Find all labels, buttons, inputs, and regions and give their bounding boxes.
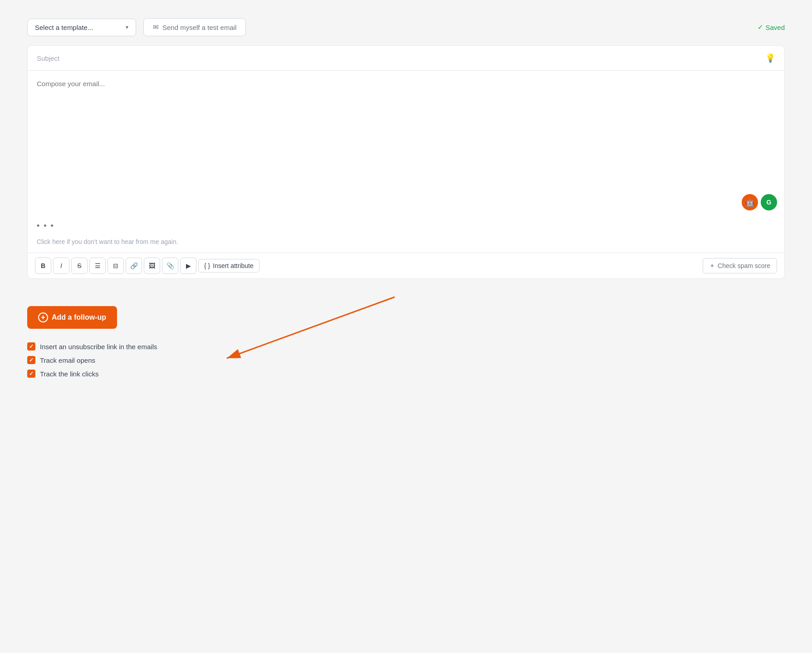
bold-label: B	[41, 262, 45, 269]
track-clicks-label: Track the link clicks	[40, 370, 98, 378]
lightbulb-icon[interactable]: 💡	[765, 53, 775, 63]
dots-row: • • •	[28, 218, 784, 234]
attachment-button[interactable]: 📎	[162, 258, 178, 274]
strike-label: S	[77, 262, 81, 269]
template-select-label: Select a template...	[35, 24, 93, 31]
track-opens-checkbox-row: Track email opens	[27, 356, 785, 364]
track-opens-checkbox[interactable]	[27, 356, 35, 364]
bullet-list-button[interactable]: ☰	[89, 258, 106, 274]
mail-icon: ✉	[153, 23, 159, 31]
dots-text: • • •	[37, 221, 54, 230]
test-email-label: Send myself a test email	[162, 24, 236, 31]
bullet-list-icon: ☰	[95, 262, 101, 269]
insert-attribute-label: Insert attribute	[213, 262, 254, 269]
grammarly-g-icon: G	[767, 199, 772, 206]
ai-assistant-icon[interactable]: 🤖	[742, 194, 758, 210]
check-spam-score-button[interactable]: ✦ Check spam score	[703, 258, 777, 273]
grammarly-icon[interactable]: G	[761, 194, 777, 210]
track-clicks-checkbox-row: Track the link clicks	[27, 370, 785, 378]
italic-label: I	[60, 262, 62, 269]
top-bar: Select a template... ▾ ✉ Send myself a t…	[27, 18, 785, 36]
test-email-button[interactable]: ✉ Send myself a test email	[143, 18, 246, 36]
video-button[interactable]: ▶	[180, 258, 196, 274]
options-checkboxes: Insert an unsubscribe link in the emails…	[27, 342, 785, 378]
compose-area: 🤖 G	[28, 71, 784, 218]
plus-circle-icon: +	[38, 312, 48, 322]
chevron-down-icon: ▾	[126, 24, 128, 30]
unsubscribe-link-row: Click here if you don't want to hear fro…	[28, 234, 784, 253]
email-editor: 💡 🤖 G • • • Click here if you don't want…	[27, 45, 785, 279]
template-select-dropdown[interactable]: Select a template... ▾	[27, 19, 136, 36]
add-followup-label: Add a follow-up	[52, 313, 106, 322]
saved-label: Saved	[765, 24, 785, 31]
numbered-list-icon: ⊟	[113, 262, 118, 269]
link-icon: 🔗	[130, 262, 138, 269]
compose-textarea[interactable]	[37, 80, 775, 207]
editor-toolbar: B I S ☰ ⊟ 🔗 🖼 📎 ▶ { } Insert attribute	[28, 253, 784, 278]
image-icon: 🖼	[149, 262, 155, 269]
unsubscribe-checkbox-row: Insert an unsubscribe link in the emails	[27, 342, 785, 351]
link-button[interactable]: 🔗	[126, 258, 142, 274]
unsubscribe-checkbox[interactable]	[27, 342, 35, 351]
sparkle-icon: ✦	[709, 262, 715, 269]
check-icon: ✓	[758, 23, 763, 31]
image-button[interactable]: 🖼	[144, 258, 160, 274]
paperclip-icon: 📎	[166, 262, 174, 269]
add-followup-button[interactable]: + Add a follow-up	[27, 306, 117, 329]
unsubscribe-text: Click here if you don't want to hear fro…	[37, 238, 178, 245]
curly-braces-icon: { }	[204, 262, 210, 269]
numbered-list-button[interactable]: ⊟	[108, 258, 124, 274]
strikethrough-button[interactable]: S	[71, 258, 88, 274]
video-icon: ▶	[186, 262, 191, 269]
ai-tools: 🤖 G	[742, 194, 777, 210]
spam-score-label: Check spam score	[718, 262, 770, 269]
bottom-section: + Add a follow-up Insert an unsubscribe …	[27, 297, 785, 387]
robot-icon: 🤖	[745, 198, 754, 207]
unsubscribe-checkbox-label: Insert an unsubscribe link in the emails	[40, 343, 157, 351]
italic-button[interactable]: I	[53, 258, 69, 274]
subject-row: 💡	[28, 46, 784, 71]
bold-button[interactable]: B	[35, 258, 51, 274]
subject-input[interactable]	[37, 54, 765, 62]
saved-status: ✓ Saved	[758, 23, 785, 31]
insert-attribute-button[interactable]: { } Insert attribute	[198, 259, 259, 273]
track-clicks-checkbox[interactable]	[27, 370, 35, 378]
track-opens-label: Track email opens	[40, 356, 95, 364]
